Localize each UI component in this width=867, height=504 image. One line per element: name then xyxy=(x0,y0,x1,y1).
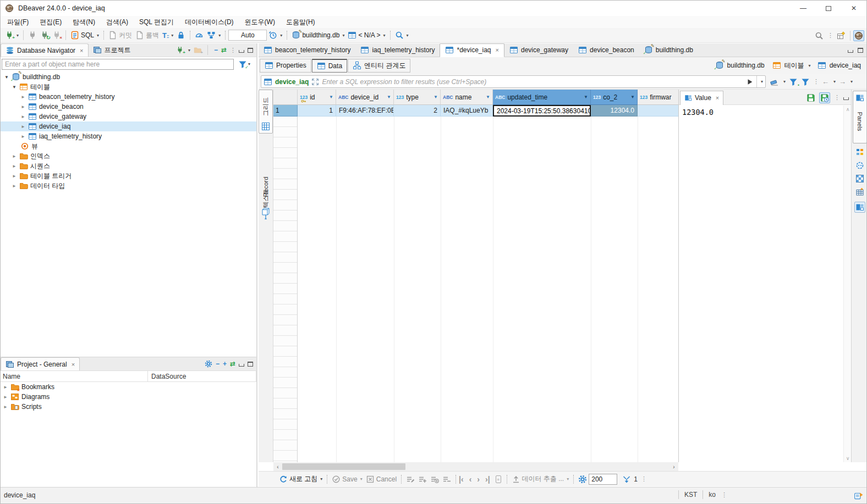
column-header-co2[interactable]: 123 co_2 ▼ xyxy=(591,90,638,105)
maximize-button[interactable] xyxy=(816,1,841,16)
aggregate-panel-icon[interactable] xyxy=(855,174,864,183)
editor-tab-active[interactable]: *device_iaq × xyxy=(440,43,504,57)
close-icon[interactable]: × xyxy=(496,47,499,53)
auto-commit-combo[interactable]: Auto xyxy=(228,30,267,41)
chevron-right-icon[interactable]: ► xyxy=(20,124,26,129)
edit-cell-button[interactable] xyxy=(404,474,416,485)
tab-project-general[interactable]: Project - General × xyxy=(1,357,80,370)
calc-panel-icon[interactable] xyxy=(855,187,864,196)
tab-properties[interactable]: Properties xyxy=(260,59,311,73)
tree-item-table-selected[interactable]: ► device_iaq xyxy=(1,121,256,131)
nav-forward-caret[interactable]: ▾ xyxy=(850,79,853,84)
maximize-view-button[interactable] xyxy=(248,48,253,53)
menu-sql-editor[interactable]: SQL 편집기 xyxy=(134,18,179,27)
scroll-down-icon[interactable]: ∨ xyxy=(844,456,852,461)
chevron-right-icon[interactable]: ► xyxy=(12,174,17,179)
sort-caret-icon[interactable]: ▼ xyxy=(329,95,333,99)
add-filter-button[interactable]: ▪ xyxy=(789,77,798,86)
panel-menu-icon[interactable]: ⋮ xyxy=(834,94,839,101)
chevron-right-icon[interactable]: ► xyxy=(20,114,26,119)
lock-button[interactable] xyxy=(175,30,187,41)
prev-page-button[interactable]: ‹ xyxy=(469,475,472,484)
disconnect-button[interactable]: × xyxy=(51,30,63,41)
chevron-right-icon[interactable]: ► xyxy=(12,164,17,169)
grid-corner-cell[interactable] xyxy=(273,90,298,105)
status-language[interactable]: ko xyxy=(709,491,716,499)
transaction-mode-button[interactable]: T⁚⁚▾ xyxy=(161,30,175,41)
maximize-view-button[interactable] xyxy=(248,362,253,367)
grid-settings-button[interactable] xyxy=(577,474,589,485)
sql-filter-input[interactable] xyxy=(322,76,743,87)
close-button[interactable]: ✕ xyxy=(841,1,866,16)
tab-value[interactable]: Value × xyxy=(680,91,723,105)
chevron-down-icon[interactable]: ▼ xyxy=(12,85,17,90)
maximize-editor-button[interactable] xyxy=(858,48,863,53)
column-header-id[interactable]: 123 id ▼ xyxy=(298,90,336,105)
chevron-right-icon[interactable]: ► xyxy=(3,385,8,390)
breadcrumb-caret[interactable]: ▾ xyxy=(809,63,811,68)
fetch-all-button[interactable]: ▫ xyxy=(496,475,501,483)
tree-item-indexes[interactable]: ► 인덱스 xyxy=(1,151,256,161)
editor-tab[interactable]: device_gateway xyxy=(504,43,573,57)
sort-caret-icon[interactable]: ▼ xyxy=(486,95,490,99)
editor-tab[interactable]: beacon_telemetry_history xyxy=(259,43,355,57)
minimize-editor-button[interactable] xyxy=(848,50,853,53)
cell-name[interactable]: IAQ_#kqLueYb xyxy=(441,105,493,117)
collapse-all-button[interactable]: − xyxy=(216,360,220,368)
chevron-right-icon[interactable]: ► xyxy=(20,134,26,139)
cell-id[interactable]: 1 xyxy=(298,105,336,117)
expand-filter-icon[interactable] xyxy=(311,78,319,86)
connect-button[interactable] xyxy=(26,30,39,41)
commit-button[interactable]: 커밋 xyxy=(107,30,134,41)
minimize-view-button[interactable] xyxy=(239,50,244,53)
active-schema-selector[interactable]: < N/A > ▾ xyxy=(346,30,387,41)
close-icon[interactable]: × xyxy=(716,95,719,101)
column-header-datasource[interactable]: DataSource xyxy=(148,371,256,381)
sort-caret-icon[interactable]: ▼ xyxy=(387,95,391,99)
status-timezone[interactable]: KST xyxy=(684,491,697,499)
breadcrumb-table[interactable]: device_iaq xyxy=(830,62,861,69)
fetch-next-segment-button[interactable] xyxy=(621,474,633,485)
cell-co2-selected[interactable]: 12304.0 xyxy=(591,105,638,117)
first-page-button[interactable]: |‹ xyxy=(459,475,464,484)
chevron-right-icon[interactable]: ► xyxy=(20,104,26,109)
cell-firmware[interactable] xyxy=(638,105,678,117)
nav-back-button[interactable]: ← xyxy=(822,77,829,86)
eraser-caret[interactable]: ▾ xyxy=(783,79,786,84)
tree-item-table[interactable]: ► iaq_telemetry_history xyxy=(1,131,256,141)
sort-caret-icon[interactable]: ▼ xyxy=(584,95,588,99)
breadcrumb-folder[interactable]: 테이블 xyxy=(784,61,804,70)
project-item-diagrams[interactable]: ► Diagrams xyxy=(1,392,256,402)
apply-filter-play-icon[interactable] xyxy=(746,78,754,86)
history-button[interactable]: ▾ xyxy=(267,30,284,41)
tab-panels[interactable]: Panels xyxy=(853,91,867,143)
refresh-button[interactable]: 새로 고침 ▾ xyxy=(277,473,324,485)
close-icon[interactable]: × xyxy=(72,361,75,368)
dbeaver-perspective-button[interactable] xyxy=(853,30,864,41)
column-header-updated-time[interactable]: ABC updated_time ▼ xyxy=(493,90,591,105)
eraser-icon[interactable] xyxy=(770,77,779,86)
tree-item-table[interactable]: ► device_beacon xyxy=(1,102,256,112)
auto-save-toggle[interactable] xyxy=(819,92,830,103)
nav-forward-button[interactable]: → xyxy=(839,77,846,86)
active-database-selector[interactable]: ✎ buildthing.db ▾ xyxy=(290,30,346,41)
tree-item-views[interactable]: 뷰 xyxy=(1,141,256,151)
close-icon[interactable]: × xyxy=(80,47,83,54)
new-connection-small-caret[interactable]: ▾ xyxy=(188,48,190,53)
metadata-panel-icon[interactable] xyxy=(855,161,864,170)
tab-database-navigator[interactable]: Database Navigator × xyxy=(1,43,89,57)
transaction-mode-caret[interactable]: ▾ xyxy=(171,33,173,38)
cell-type[interactable]: 2 xyxy=(394,105,441,117)
chevron-right-icon[interactable]: ► xyxy=(20,95,26,99)
fetch-size-input[interactable] xyxy=(589,474,617,485)
sql-editor-caret[interactable]: ▾ xyxy=(97,33,99,38)
add-row-button[interactable] xyxy=(416,474,429,485)
collapse-all-button[interactable]: − xyxy=(214,46,218,54)
editor-tab-database[interactable]: ✓✎ buildthing.db xyxy=(639,43,698,57)
editor-tab[interactable]: device_beacon xyxy=(573,43,639,57)
expand-all-button[interactable]: + xyxy=(223,360,227,368)
save-value-icon[interactable] xyxy=(806,93,815,102)
scroll-up-icon[interactable]: ∧ xyxy=(844,107,852,112)
tree-item-table[interactable]: ► device_gateway xyxy=(1,112,256,121)
tab-record-mode[interactable]: Record xyxy=(259,170,273,217)
